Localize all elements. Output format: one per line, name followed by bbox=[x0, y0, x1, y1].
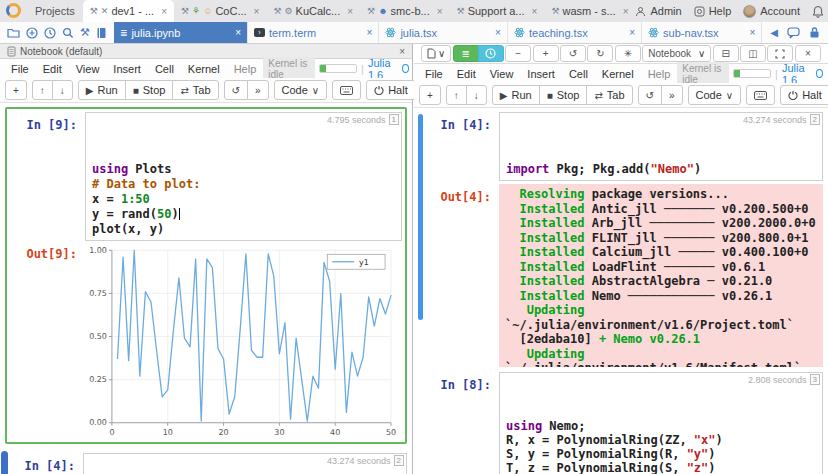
file-tab-sub-nav-tsx[interactable]: sub-nav.tsx × bbox=[642, 22, 762, 43]
new-plus-circle-icon[interactable] bbox=[26, 27, 38, 39]
settings-wrench-icon[interactable]: ⚒ bbox=[80, 26, 90, 39]
kernel-name[interactable]: Julia 1.6 bbox=[782, 62, 812, 86]
file-tab-term[interactable]: › term.term × bbox=[248, 22, 379, 43]
close-icon[interactable]: × bbox=[367, 27, 373, 38]
zoom-out-button[interactable]: − bbox=[505, 45, 531, 62]
restart-kernel-button[interactable]: ↺ bbox=[224, 80, 248, 100]
cell-nemo-compute[interactable]: In [8]: 2.808 seconds 3 using Nemo;R, x … bbox=[418, 372, 823, 474]
cell-pkg-add[interactable]: In [4]: 43.274 seconds 2 import Pkg; Pkg… bbox=[418, 112, 823, 367]
frame-type-dropdown[interactable]: Notebook ∨ bbox=[642, 45, 711, 62]
split-col-button[interactable]: ◫ bbox=[740, 45, 766, 62]
project-tab-smc[interactable]: ⚒ ☻ smc-b... × bbox=[360, 0, 450, 22]
help-button[interactable]: Help bbox=[694, 5, 732, 17]
run-all-button[interactable]: » bbox=[247, 80, 269, 100]
menu-help[interactable]: Help bbox=[641, 68, 678, 80]
timetravel-button[interactable] bbox=[478, 45, 504, 62]
halt-button[interactable]: Halt bbox=[366, 80, 416, 100]
keyboard-shortcuts-button[interactable] bbox=[746, 85, 775, 105]
menu-kernel[interactable]: Kernel bbox=[595, 68, 641, 80]
collapse-left-icon[interactable]: ◀ bbox=[770, 27, 778, 38]
account-button[interactable]: Account bbox=[743, 5, 800, 18]
halt-button[interactable]: Halt bbox=[780, 85, 828, 105]
cell-type-dropdown[interactable]: Code∨ bbox=[274, 80, 328, 100]
project-tab-support[interactable]: ⚒ Support a... × bbox=[450, 0, 545, 22]
insert-cell-button[interactable]: + bbox=[419, 85, 441, 105]
tab-complete-button[interactable]: ⇄Tab bbox=[172, 80, 218, 100]
fullscreen-button[interactable] bbox=[767, 45, 793, 62]
keyboard-shortcuts-button[interactable] bbox=[332, 80, 361, 100]
close-icon[interactable]: × bbox=[161, 6, 167, 17]
redo-button[interactable]: ↻ bbox=[587, 45, 613, 62]
menu-help[interactable]: Help bbox=[227, 63, 264, 75]
scrollbar-thumb[interactable] bbox=[1, 451, 8, 474]
move-cell-up-button[interactable]: ↑ bbox=[446, 85, 467, 105]
run-all-button[interactable]: » bbox=[661, 85, 683, 105]
close-icon[interactable]: × bbox=[399, 46, 405, 57]
run-button[interactable]: ▶Run bbox=[492, 85, 540, 105]
cell-plot[interactable]: In [9]: 4.795 seconds 1 using Plots# Dat… bbox=[5, 107, 407, 444]
close-icon[interactable]: × bbox=[623, 6, 629, 17]
split-row-button[interactable]: ⊟ bbox=[713, 45, 739, 62]
lock-icon[interactable] bbox=[809, 26, 820, 39]
menu-file[interactable]: File bbox=[4, 63, 36, 75]
file-tab-julia-ipynb[interactable]: ≣ julia.ipynb × bbox=[114, 22, 248, 43]
stop-button[interactable]: ■Stop bbox=[539, 85, 588, 105]
cell-pkg-add[interactable]: In [4]: 43.274 seconds 2 import Pkg; Pkg… bbox=[5, 453, 407, 474]
format-button[interactable]: ✳ bbox=[615, 45, 641, 62]
bell-icon[interactable] bbox=[812, 5, 824, 18]
undo-button[interactable]: ↺ bbox=[560, 45, 586, 62]
chat-icon[interactable] bbox=[787, 27, 800, 39]
menu-insert[interactable]: Insert bbox=[520, 68, 562, 80]
menu-kernel[interactable]: Kernel bbox=[181, 63, 227, 75]
code-input[interactable]: 2.808 seconds 3 using Nemo;R, x = Polyno… bbox=[499, 372, 823, 474]
log-clock-icon[interactable] bbox=[44, 27, 56, 39]
search-icon[interactable] bbox=[62, 27, 74, 39]
close-icon[interactable]: × bbox=[532, 6, 538, 17]
cocalc-logo[interactable] bbox=[6, 3, 21, 18]
close-icon[interactable]: × bbox=[437, 6, 443, 17]
file-dropdown-button[interactable]: ∨ bbox=[421, 45, 451, 62]
admin-button[interactable]: Admin bbox=[635, 5, 681, 17]
menu-view[interactable]: View bbox=[69, 63, 107, 75]
menu-insert[interactable]: Insert bbox=[106, 63, 148, 75]
menu-edit[interactable]: Edit bbox=[450, 68, 483, 80]
close-icon[interactable]: × bbox=[629, 27, 635, 38]
menu-cell[interactable]: Cell bbox=[148, 63, 181, 75]
code-input[interactable]: 43.274 seconds 2 import Pkg; Pkg.add("Ne… bbox=[499, 112, 823, 181]
insert-cell-button[interactable]: + bbox=[5, 80, 27, 100]
close-icon[interactable]: × bbox=[347, 6, 353, 17]
close-frame-button[interactable]: × bbox=[795, 45, 821, 62]
project-tab-kucalc[interactable]: ⚒ ⚙ KuCalc... × bbox=[266, 0, 360, 22]
right-notebook[interactable]: In [4]: 43.274 seconds 2 import Pkg; Pkg… bbox=[414, 108, 828, 474]
project-tab-wasm[interactable]: ⚒ wasm - s... × bbox=[544, 0, 635, 22]
menu-file[interactable]: File bbox=[418, 68, 450, 80]
projects-button[interactable]: Projects bbox=[27, 0, 83, 22]
menu-cell[interactable]: Cell bbox=[562, 68, 595, 80]
run-button[interactable]: ▶Run bbox=[78, 80, 126, 100]
code-input[interactable]: 43.274 seconds 2 import Pkg; Pkg.add("Ne… bbox=[83, 453, 407, 474]
close-icon[interactable]: × bbox=[495, 27, 501, 38]
project-tab-dev1[interactable]: ⚒ ✕ dev1 - ... × bbox=[83, 0, 174, 22]
menu-edit[interactable]: Edit bbox=[36, 63, 69, 75]
move-cell-up-button[interactable]: ↑ bbox=[32, 80, 53, 100]
cell-type-dropdown[interactable]: Code∨ bbox=[688, 85, 742, 105]
left-notebook[interactable]: In [9]: 4.795 seconds 1 using Plots# Dat… bbox=[0, 103, 412, 474]
close-icon[interactable]: × bbox=[749, 27, 755, 38]
zoom-in-button[interactable]: + bbox=[533, 45, 559, 62]
code-input[interactable]: 4.795 seconds 1 using Plots# Data to plo… bbox=[85, 112, 402, 241]
close-icon[interactable]: × bbox=[254, 6, 260, 17]
project-tab-coc[interactable]: ⚒ ⚘ ☺ CoC... × bbox=[174, 0, 266, 22]
kernel-name[interactable]: Julia 1.6 bbox=[368, 57, 398, 81]
menu-view[interactable]: View bbox=[483, 68, 521, 80]
files-folder-icon[interactable] bbox=[7, 27, 20, 38]
tab-complete-button[interactable]: ⇄Tab bbox=[586, 85, 632, 105]
move-cell-down-button[interactable]: ↓ bbox=[466, 85, 487, 105]
library-book-icon[interactable] bbox=[96, 27, 107, 39]
file-tab-julia-tsx[interactable]: julia.tsx × bbox=[379, 22, 508, 43]
file-tab-teaching-tsx[interactable]: teaching.tsx × bbox=[508, 22, 642, 43]
move-cell-down-button[interactable]: ↓ bbox=[52, 80, 73, 100]
stop-button[interactable]: ■Stop bbox=[125, 80, 174, 100]
close-icon[interactable]: × bbox=[235, 27, 241, 38]
jupyter-mode-button[interactable]: ≣ bbox=[453, 45, 479, 62]
restart-kernel-button[interactable]: ↺ bbox=[638, 85, 662, 105]
